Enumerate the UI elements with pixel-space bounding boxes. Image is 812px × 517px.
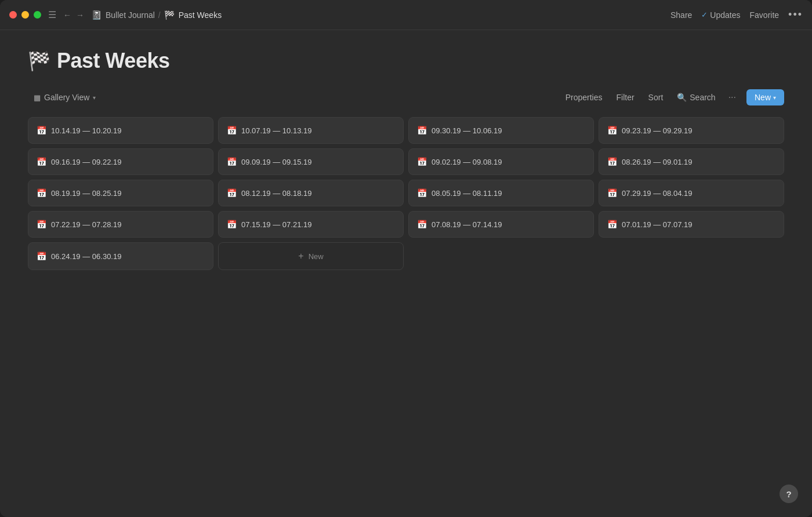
card-icon: 📅 (227, 126, 237, 135)
card-icon: 📅 (37, 188, 46, 198)
forward-button[interactable]: → (76, 10, 84, 20)
gallery-card[interactable]: 📅 09.16.19 — 09.22.19 (28, 148, 213, 175)
card-label: 08.12.19 — 08.18.19 (241, 189, 311, 198)
sidebar-toggle[interactable]: ☰ (48, 9, 56, 20)
minimize-button[interactable] (21, 11, 29, 19)
card-icon: 📅 (417, 220, 427, 229)
card-icon: 📅 (37, 252, 46, 261)
titlebar: ☰ ← → 📓 Bullet Journal / 🏁 Past Weeks Sh… (0, 0, 812, 30)
card-icon: 📅 (227, 188, 237, 198)
gallery-card[interactable]: 📅 07.29.19 — 08.04.19 (599, 180, 784, 206)
card-icon: 📅 (227, 157, 237, 166)
card-label: 07.22.19 — 07.28.19 (51, 220, 121, 229)
card-label: 07.29.19 — 08.04.19 (622, 189, 692, 198)
breadcrumb: 📓 Bullet Journal / 🏁 Past Weeks (91, 10, 222, 20)
search-button[interactable]: 🔍 Search (671, 90, 721, 105)
gallery-card[interactable]: 📅 06.24.19 — 06.30.19 (28, 242, 213, 270)
search-icon: 🔍 (677, 93, 687, 102)
card-label: 09.02.19 — 09.08.19 (432, 158, 502, 166)
gallery-card[interactable]: 📅 08.05.19 — 08.11.19 (408, 180, 594, 206)
nav-arrows: ← → (63, 10, 84, 20)
app-icon: 📓 (91, 10, 102, 20)
current-page-name: Past Weeks (179, 10, 222, 20)
maximize-button[interactable] (34, 11, 41, 19)
card-label: 07.01.19 — 07.07.19 (622, 220, 692, 229)
card-icon: 📅 (227, 220, 237, 229)
gallery-card[interactable]: 📅 09.30.19 — 10.06.19 (408, 117, 594, 144)
page-title-row: 🏁 Past Weeks (28, 49, 784, 73)
gallery-card[interactable]: 📅 08.12.19 — 08.18.19 (218, 180, 404, 206)
card-icon: 📅 (607, 126, 617, 135)
gallery-card[interactable]: 📅 07.22.19 — 07.28.19 (28, 211, 213, 238)
card-icon: 📅 (607, 220, 617, 229)
page-icon: 🏁 (164, 10, 175, 20)
card-icon: 📅 (37, 220, 46, 229)
back-button[interactable]: ← (63, 10, 71, 20)
card-label: 10.14.19 — 10.20.19 (51, 126, 121, 135)
card-label: 09.23.19 — 09.29.19 (622, 126, 692, 135)
gallery-card[interactable]: 📅 09.02.19 — 09.08.19 (408, 148, 594, 175)
filter-button[interactable]: Filter (610, 90, 640, 105)
search-label: Search (690, 93, 715, 102)
new-card[interactable]: + New (218, 242, 404, 270)
gallery-card[interactable]: 📅 10.07.19 — 10.13.19 (218, 117, 404, 144)
titlebar-actions: Share ✓ Updates Favorite ••• (670, 9, 803, 21)
gallery-card[interactable]: 📅 09.23.19 — 09.29.19 (599, 117, 784, 144)
help-button[interactable]: ? (780, 485, 798, 503)
card-label: 09.30.19 — 10.06.19 (432, 126, 502, 135)
card-label: 08.19.19 — 08.25.19 (51, 189, 121, 198)
traffic-lights (9, 11, 41, 19)
properties-button[interactable]: Properties (560, 90, 608, 105)
gallery-view-chevron-icon: ▾ (93, 94, 96, 101)
page-title: Past Weeks (57, 49, 169, 73)
page-content: 🏁 Past Weeks ▦ Gallery View ▾ Properties… (0, 30, 812, 284)
new-button-chevron-icon: ▾ (773, 94, 776, 101)
gallery-grid: 📅 10.14.19 — 10.20.19 📅 10.07.19 — 10.13… (28, 117, 784, 270)
card-icon: 📅 (417, 188, 427, 198)
gallery-card[interactable]: 📅 09.09.19 — 09.15.19 (218, 148, 404, 175)
card-icon: 📅 (607, 157, 617, 166)
toolbar-more-button[interactable]: ··· (724, 89, 741, 105)
card-label: 09.09.19 — 09.15.19 (241, 158, 311, 166)
toolbar: ▦ Gallery View ▾ Properties Filter Sort … (28, 89, 784, 105)
share-button[interactable]: Share (670, 10, 692, 20)
card-icon: 📅 (417, 126, 427, 135)
updates-label: Updates (710, 10, 740, 20)
gallery-view-icon: ▦ (34, 93, 41, 102)
sort-button[interactable]: Sort (643, 90, 669, 105)
gallery-card[interactable]: 📅 10.14.19 — 10.20.19 (28, 117, 213, 144)
updates-check-icon: ✓ (701, 10, 708, 19)
card-label: 08.05.19 — 08.11.19 (432, 189, 502, 198)
card-label: 07.08.19 — 07.14.19 (432, 220, 502, 229)
gallery-card[interactable]: 📅 08.19.19 — 08.25.19 (28, 180, 213, 206)
card-label: 09.16.19 — 09.22.19 (51, 158, 121, 166)
app-name[interactable]: Bullet Journal (106, 10, 155, 20)
breadcrumb-separator: / (158, 10, 161, 20)
gallery-card[interactable]: 📅 07.15.19 — 07.21.19 (218, 211, 404, 238)
gallery-view-button[interactable]: ▦ Gallery View ▾ (28, 90, 102, 105)
new-card-label: New (309, 252, 324, 261)
card-label: 10.07.19 — 10.13.19 (241, 126, 311, 135)
new-button-label: New (755, 93, 771, 102)
close-button[interactable] (9, 11, 17, 19)
card-icon: 📅 (607, 188, 617, 198)
more-options-button[interactable]: ••• (788, 9, 803, 21)
gallery-view-label: Gallery View (44, 93, 89, 102)
updates-button[interactable]: ✓ Updates (701, 10, 740, 20)
card-label: 07.15.19 — 07.21.19 (241, 220, 311, 229)
new-button[interactable]: New ▾ (746, 89, 784, 105)
card-label: 08.26.19 — 09.01.19 (622, 158, 692, 166)
card-icon: 📅 (417, 157, 427, 166)
gallery-card[interactable]: 📅 08.26.19 — 09.01.19 (599, 148, 784, 175)
favorite-button[interactable]: Favorite (750, 10, 780, 20)
window: ☰ ← → 📓 Bullet Journal / 🏁 Past Weeks Sh… (0, 0, 812, 517)
new-card-plus-icon: + (298, 251, 303, 261)
gallery-card[interactable]: 📅 07.01.19 — 07.07.19 (599, 211, 784, 238)
toolbar-right: Properties Filter Sort 🔍 Search ··· New … (560, 89, 784, 105)
card-icon: 📅 (37, 157, 46, 166)
gallery-card[interactable]: 📅 07.08.19 — 07.14.19 (408, 211, 594, 238)
card-icon: 📅 (37, 126, 46, 135)
card-label: 06.24.19 — 06.30.19 (51, 252, 121, 261)
page-title-emoji: 🏁 (28, 50, 51, 72)
